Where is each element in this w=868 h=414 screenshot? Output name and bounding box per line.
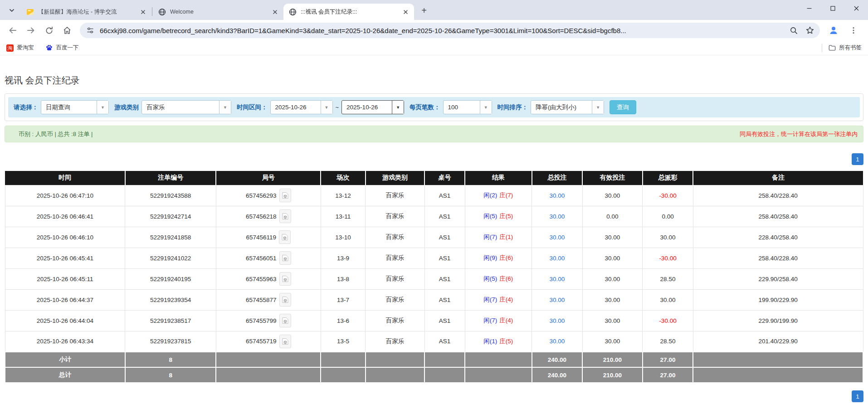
video-replay-icon[interactable]	[279, 251, 291, 265]
search-button[interactable]: 查询	[610, 100, 636, 114]
site-info-icon[interactable]	[85, 25, 95, 35]
table-row: 2025-10-26 06:47:10522919243588657456293…	[5, 185, 863, 206]
bet-table-body: 2025-10-26 06:47:10522919243588657456293…	[5, 185, 863, 383]
col-header-table-no: 桌号	[424, 171, 465, 185]
sort-order-select[interactable]: 降幂(由大到小) ▼	[531, 100, 604, 114]
round-id-cell: 657455719	[216, 331, 321, 352]
empty-cell	[465, 352, 532, 367]
chevron-down-icon[interactable]: ▼	[480, 101, 492, 114]
summary-count-cell: 8	[125, 352, 216, 367]
browser-menu-button[interactable]	[846, 23, 861, 38]
profile-avatar[interactable]	[826, 23, 841, 38]
all-bookmarks-button[interactable]: 所有书签	[829, 44, 862, 52]
video-replay-icon[interactable]	[279, 230, 291, 244]
result-player: 闲(5)	[483, 275, 497, 282]
total-bet-link[interactable]: 30.00	[550, 317, 565, 324]
table-row: 2025-10-26 06:45:41522919241022657456051…	[5, 248, 863, 268]
bet-id-cell: 522919238517	[125, 310, 216, 331]
maximize-button[interactable]	[821, 0, 844, 16]
page-1-button[interactable]: 1	[852, 390, 863, 402]
time-cell: 2025-10-26 06:44:04	[5, 310, 125, 331]
forward-button[interactable]	[23, 23, 39, 38]
total-bet-cell: 30.00	[532, 331, 583, 352]
empty-cell	[216, 367, 321, 383]
tab-close-icon[interactable]	[402, 8, 410, 16]
result-player: 闲(2)	[483, 192, 497, 199]
date-end-select[interactable]: 2025-10-26 ▼	[341, 100, 404, 114]
total-bet-cell: 30.00	[532, 185, 583, 206]
round-id-cell: 657455963	[216, 268, 321, 289]
summary-valid-bet-cell: 210.00	[582, 367, 642, 383]
tab-haiyan-forum[interactable]: 【新提醒】海燕论坛 - 博学交流	[21, 4, 151, 20]
tab-close-icon[interactable]	[139, 8, 147, 16]
chevron-down-icon[interactable]: ▼	[97, 101, 108, 114]
chevron-down-icon[interactable]: ▼	[219, 101, 231, 114]
bookmark-label: 爱淘宝	[17, 44, 34, 52]
total-bet-link[interactable]: 30.00	[550, 255, 565, 262]
tab-welcome[interactable]: Welcome	[153, 4, 283, 20]
close-window-button[interactable]	[844, 0, 868, 16]
game-type-select[interactable]: 百家乐 ▼	[141, 100, 231, 114]
round-id-cell: 657456218	[216, 206, 321, 227]
reload-button[interactable]	[41, 23, 57, 38]
bet-records-table: 时间 注单编号 局号 场次 游戏类别 桌号 结果 总投注 有效投注 总派彩 备注…	[5, 171, 863, 383]
video-replay-icon[interactable]	[279, 314, 291, 327]
table-no-cell: AS1	[424, 227, 465, 248]
result-banker: 庄(6)	[499, 254, 513, 261]
sort-order-label: 时间排序：	[497, 103, 528, 112]
bookmark-star-icon[interactable]	[805, 25, 815, 36]
date-start-select[interactable]: 2025-10-26 ▼	[270, 100, 333, 114]
result-cell: 闲(7)庄(4)	[465, 289, 532, 310]
total-bet-link[interactable]: 30.00	[550, 276, 565, 282]
chevron-down-icon[interactable]: ▼	[592, 101, 604, 114]
session-cell: 13-8	[321, 268, 365, 289]
video-replay-icon[interactable]	[279, 293, 291, 307]
total-bet-link[interactable]: 30.00	[550, 338, 565, 345]
result-cell: 闲(7)庄(4)	[465, 310, 532, 331]
video-replay-icon[interactable]	[279, 209, 291, 223]
col-header-payout: 总派彩	[643, 171, 693, 185]
minimize-button[interactable]	[797, 0, 821, 16]
total-bet-link[interactable]: 30.00	[550, 213, 565, 220]
payout-cell: 0.00	[643, 206, 693, 227]
baidu-paw-icon	[46, 44, 53, 51]
folder-icon	[829, 44, 836, 51]
video-replay-icon[interactable]	[279, 189, 291, 202]
table-no-cell: AS1	[424, 310, 465, 331]
empty-cell	[216, 352, 321, 367]
tab-close-icon[interactable]	[271, 8, 279, 16]
summary-info-bar: 币别 : 人民币 | 总共 :8 注单 | 同局有效投注，统一计算在该局第一张注…	[5, 126, 863, 142]
query-type-select[interactable]: 日期查询 ▼	[41, 100, 109, 114]
url-text[interactable]: 66cxkj98.com/game/betrecord_search/kind3…	[100, 27, 783, 34]
bookmark-taobao[interactable]: 淘 爱淘宝	[6, 44, 34, 52]
page-1-button[interactable]: 1	[852, 153, 863, 165]
new-tab-button[interactable]: +	[418, 4, 430, 17]
chevron-down-icon[interactable]: ▼	[392, 101, 404, 114]
table-no-cell: AS1	[424, 206, 465, 227]
empty-cell	[321, 352, 365, 367]
url-bar[interactable]: 66cxkj98.com/game/betrecord_search/kind3…	[80, 23, 820, 38]
total-bet-link[interactable]: 30.00	[550, 297, 565, 303]
result-cell: 闲(9)庄(6)	[465, 248, 532, 268]
tab-bet-records[interactable]: :::视讯 会员下注纪录:::	[283, 4, 414, 20]
result-cell: 闲(2)庄(7)	[465, 185, 532, 206]
empty-cell	[693, 367, 863, 383]
col-header-bet-id: 注单编号	[125, 171, 216, 185]
remark-cell: 258.40/228.40	[693, 185, 863, 206]
home-button[interactable]	[59, 23, 75, 38]
bookmark-baidu[interactable]: 百度一下	[46, 44, 79, 52]
total-bet-link[interactable]: 30.00	[550, 192, 565, 199]
time-cell: 2025-10-26 06:45:41	[5, 248, 125, 268]
chevron-down-icon[interactable]: ▼	[321, 101, 332, 114]
zoom-page-icon[interactable]	[788, 25, 799, 36]
video-replay-icon[interactable]	[279, 272, 291, 286]
payout-cell: 30.00	[643, 227, 693, 248]
bet-id-cell: 522919240195	[125, 268, 216, 289]
back-button[interactable]	[5, 23, 20, 38]
video-replay-icon[interactable]	[279, 335, 291, 348]
tab-search-button[interactable]	[5, 4, 18, 17]
total-bet-link[interactable]: 30.00	[550, 234, 565, 241]
reload-icon	[45, 26, 54, 35]
page-size-select[interactable]: 100 ▼	[443, 100, 492, 114]
valid-bet-notice-text: 同局有效投注，统一计算在该局第一张注单内	[740, 130, 858, 138]
